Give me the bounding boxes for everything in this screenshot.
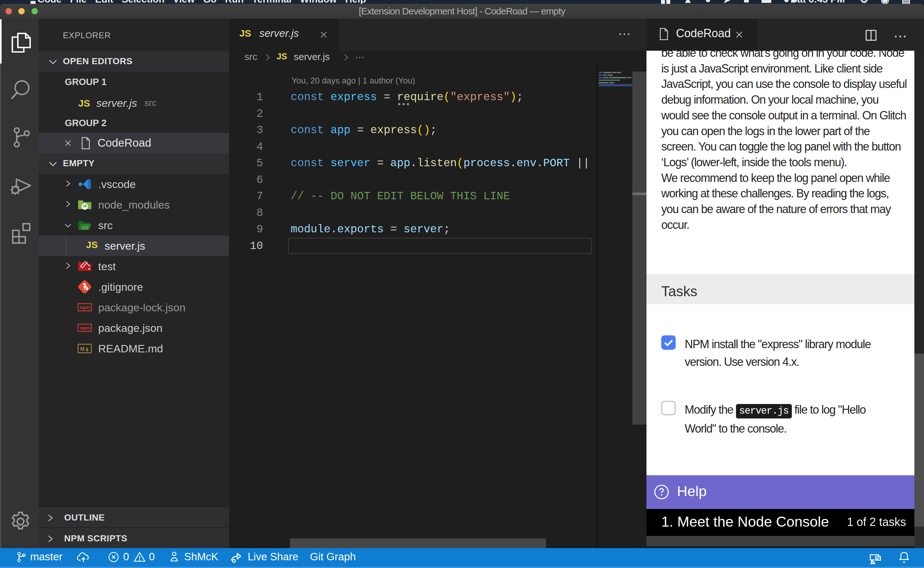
svg-text:npm: npm [80,305,90,310]
svg-text:M: M [80,346,84,352]
svg-text:npm: npm [80,325,90,331]
svg-text:JS: JS [83,204,87,208]
